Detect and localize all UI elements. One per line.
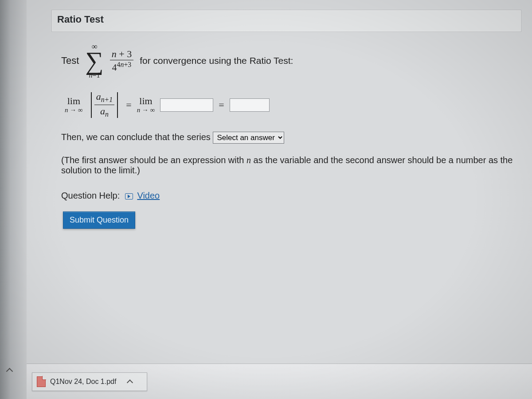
submit-question-button[interactable]: Submit Question (63, 211, 135, 229)
sigma-block: ∞ ∑ n=1 (85, 43, 103, 79)
fraction-numerator: n + 3 (110, 49, 133, 60)
help-label: Question Help: (61, 191, 120, 200)
test-label: Test (61, 55, 79, 66)
abs-ratio: an+1 an (88, 91, 121, 118)
chevron-up-icon[interactable] (127, 379, 133, 385)
ratio-fraction: an+1 an (94, 91, 115, 118)
video-play-icon[interactable] (125, 193, 133, 200)
fraction-denominator: 44n+3 (110, 60, 133, 72)
content-area: Ratio Test Test ∞ ∑ n=1 n + 3 44n+3 for (27, 0, 532, 364)
conclusion-pre-text: Then, we can conclude that the series (61, 132, 213, 142)
series-term-fraction: n + 3 44n+3 (110, 49, 133, 73)
expression-input[interactable] (160, 98, 213, 112)
abs-bar-right-icon (117, 92, 118, 118)
video-link[interactable]: Video (137, 191, 160, 200)
conclusion-line: Then, we can conclude that the series Se… (61, 132, 520, 144)
lim-block-left: lim n → ∞ (65, 96, 83, 113)
for-convergence-text: for convergence using the Ratio Test: (140, 55, 293, 66)
abs-bar-left-icon (91, 92, 92, 118)
question-title-box: Ratio Test (51, 10, 521, 32)
equals-sign-1: = (126, 99, 131, 111)
conclusion-select[interactable]: Select an answer (213, 132, 284, 144)
series-expression: Test ∞ ∑ n=1 n + 3 44n+3 for convergence… (61, 43, 520, 79)
sigma-icon: ∑ (85, 50, 103, 73)
hint-text: (The first answer should be an expressio… (61, 155, 527, 176)
browser-left-chrome (0, 0, 27, 399)
download-shelf: Q1Nov 24, Doc 1.pdf (27, 364, 532, 399)
question-title: Ratio Test (57, 14, 104, 25)
question-help-line: Question Help: Video (61, 191, 520, 201)
pdf-file-icon (37, 376, 46, 387)
equals-sign-2: = (219, 99, 224, 111)
question-body: Test ∞ ∑ n=1 n + 3 44n+3 for convergence… (51, 32, 530, 229)
lim-block-mid: lim n → ∞ (137, 96, 155, 113)
sigma-lower: n=1 (89, 72, 100, 79)
limit-equation: lim n → ∞ an+1 an = lim n → ∞ (65, 91, 520, 118)
download-file-name: Q1Nov 24, Doc 1.pdf (50, 378, 116, 386)
download-item[interactable]: Q1Nov 24, Doc 1.pdf (32, 372, 147, 391)
limit-value-input[interactable] (230, 98, 270, 112)
chevron-up-icon[interactable] (6, 367, 13, 374)
